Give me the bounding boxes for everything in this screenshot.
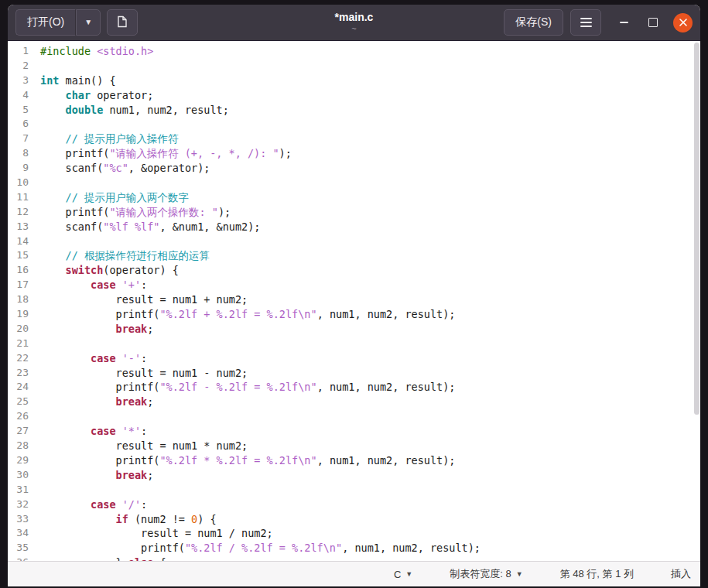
code-line[interactable]: 24 printf("%.2lf - %.2lf = %.2lf\n", num… bbox=[8, 380, 700, 395]
cursor-position[interactable]: 第 48 行, 第 1 列 bbox=[560, 567, 634, 581]
code-line[interactable]: 19 printf("%.2lf + %.2lf = %.2lf\n", num… bbox=[8, 307, 700, 322]
code-line[interactable]: 2 bbox=[8, 59, 700, 74]
line-number: 8 bbox=[8, 146, 29, 161]
code-line[interactable]: 7 // 提示用户输入操作符 bbox=[8, 132, 700, 146]
code-text: // 根据操作符进行相应的运算 bbox=[29, 248, 210, 263]
open-button[interactable]: 打开(O) bbox=[15, 9, 76, 36]
code-line[interactable]: 15 // 根据操作符进行相应的运算 bbox=[8, 248, 700, 263]
window-title-area: *main.c ~ bbox=[335, 12, 374, 33]
code-line[interactable]: 16 switch(operator) { bbox=[8, 263, 700, 278]
code-line[interactable]: 1#include <stdio.h> bbox=[8, 44, 700, 59]
open-recent-dropdown[interactable]: ▼ bbox=[76, 9, 101, 36]
code-line[interactable]: 25 break; bbox=[8, 395, 700, 409]
code-line[interactable]: 31 bbox=[8, 483, 700, 497]
code-text: // 提示用户输入操作符 bbox=[29, 132, 178, 146]
insert-mode-indicator: 插入 bbox=[671, 567, 691, 581]
code-line[interactable]: 18 result = num1 + num2; bbox=[8, 292, 700, 307]
code-line[interactable]: 36 } else { bbox=[8, 556, 700, 561]
code-text: printf("%.2lf * %.2lf = %.2lf\n", num1, … bbox=[29, 453, 455, 468]
code-text: } else { bbox=[29, 556, 166, 561]
code-line[interactable]: 11 // 提示用户输入两个数字 bbox=[8, 190, 700, 205]
code-line[interactable]: 22 case '-': bbox=[8, 351, 700, 366]
code-line[interactable]: 5 double num1, num2, result; bbox=[8, 103, 700, 118]
code-line[interactable]: 33 if (num2 != 0) { bbox=[8, 512, 700, 527]
line-number: 26 bbox=[8, 409, 29, 424]
line-number: 1 bbox=[8, 44, 29, 59]
minimize-icon bbox=[620, 22, 628, 23]
code-line[interactable]: 13 scanf("%lf %lf", &num1, &num2); bbox=[8, 220, 700, 234]
code-text bbox=[29, 409, 40, 424]
tab-width-selector[interactable]: 制表符宽度: 8 ▼ bbox=[450, 567, 522, 581]
code-line[interactable]: 6 bbox=[8, 117, 700, 132]
line-number: 29 bbox=[8, 453, 29, 468]
new-document-button[interactable] bbox=[107, 9, 138, 36]
code-text: printf("%.2lf + %.2lf = %.2lf\n", num1, … bbox=[29, 307, 455, 322]
line-number: 24 bbox=[8, 380, 29, 395]
code-line[interactable]: 4 char operator; bbox=[8, 88, 700, 103]
maximize-button[interactable] bbox=[644, 13, 662, 32]
code-line[interactable]: 14 bbox=[8, 234, 700, 249]
code-line[interactable]: 35 printf("%.2lf / %.2lf = %.2lf\n", num… bbox=[8, 541, 700, 556]
cursor-position-label: 第 48 行, 第 1 列 bbox=[560, 567, 634, 581]
code-text: break; bbox=[29, 468, 153, 483]
code-line[interactable]: 21 bbox=[8, 337, 700, 351]
line-number: 28 bbox=[8, 439, 29, 453]
line-number: 16 bbox=[8, 263, 29, 278]
chevron-down-icon: ▼ bbox=[84, 19, 92, 26]
maximize-icon bbox=[648, 18, 658, 27]
close-button[interactable] bbox=[673, 13, 693, 32]
code-line[interactable]: 32 case '/': bbox=[8, 497, 700, 512]
line-number: 19 bbox=[8, 307, 29, 322]
line-number: 22 bbox=[8, 351, 29, 366]
code-line[interactable]: 26 bbox=[8, 409, 700, 424]
line-number: 5 bbox=[8, 103, 29, 118]
language-selector[interactable]: C ▼ bbox=[394, 569, 412, 580]
save-button[interactable]: 保存(S) bbox=[504, 9, 563, 36]
code-line[interactable]: 10 bbox=[8, 176, 700, 190]
header-left-group: 打开(O) ▼ bbox=[8, 9, 138, 36]
status-bar: C ▼ 制表符宽度: 8 ▼ 第 48 行, 第 1 列 插入 bbox=[8, 561, 700, 586]
scrollbar-thumb[interactable] bbox=[694, 43, 699, 415]
code-line[interactable]: 8 printf("请输入操作符 (+, -, *, /): "); bbox=[8, 146, 700, 161]
code-area[interactable]: 1#include <stdio.h>23int main() {4 char … bbox=[8, 41, 700, 561]
code-line[interactable]: 34 result = num1 / num2; bbox=[8, 526, 700, 541]
code-line[interactable]: 17 case '+': bbox=[8, 278, 700, 292]
minimize-button[interactable] bbox=[614, 13, 633, 32]
header-bar: 打开(O) ▼ *main.c ~ 保存(S) bbox=[8, 5, 700, 41]
line-number: 18 bbox=[8, 292, 29, 307]
code-line[interactable]: 29 printf("%.2lf * %.2lf = %.2lf\n", num… bbox=[8, 453, 700, 468]
insert-mode-label: 插入 bbox=[671, 567, 691, 581]
code-text: double num1, num2, result; bbox=[29, 103, 229, 118]
code-text: case '-': bbox=[29, 351, 147, 366]
code-text: case '+': bbox=[29, 278, 147, 292]
code-line[interactable]: 27 case '*': bbox=[8, 424, 700, 439]
open-button-label: 打开(O) bbox=[27, 15, 64, 29]
code-text: // 提示用户输入两个数字 bbox=[29, 190, 189, 205]
code-line[interactable]: 12 printf("请输入两个操作数: "); bbox=[8, 205, 700, 220]
code-line[interactable]: 3int main() { bbox=[8, 74, 700, 88]
line-number: 14 bbox=[8, 234, 29, 249]
code-line[interactable]: 23 result = num1 - num2; bbox=[8, 366, 700, 381]
code-text: case '/': bbox=[29, 497, 147, 512]
line-number: 32 bbox=[8, 497, 29, 512]
code-text: #include <stdio.h> bbox=[29, 44, 153, 59]
code-text: switch(operator) { bbox=[29, 263, 179, 278]
code-line[interactable]: 9 scanf("%c", &operator); bbox=[8, 161, 700, 176]
code-line[interactable]: 20 break; bbox=[8, 322, 700, 337]
line-number: 4 bbox=[8, 88, 29, 103]
line-number: 15 bbox=[8, 248, 29, 263]
line-number: 27 bbox=[8, 424, 29, 439]
code-text bbox=[29, 483, 40, 497]
menu-button[interactable] bbox=[570, 9, 601, 36]
window-controls bbox=[614, 13, 693, 32]
vertical-scrollbar[interactable] bbox=[694, 43, 699, 559]
code-text: printf("%.2lf / %.2lf = %.2lf\n", num1, … bbox=[29, 541, 481, 556]
hamburger-menu-icon bbox=[580, 18, 592, 26]
line-number: 21 bbox=[8, 337, 29, 351]
code-line[interactable]: 28 result = num1 * num2; bbox=[8, 439, 700, 453]
line-number: 25 bbox=[8, 395, 29, 409]
line-number: 30 bbox=[8, 468, 29, 483]
line-number: 12 bbox=[8, 205, 29, 220]
code-text: scanf("%lf %lf", &num1, &num2); bbox=[29, 220, 260, 234]
code-line[interactable]: 30 break; bbox=[8, 468, 700, 483]
